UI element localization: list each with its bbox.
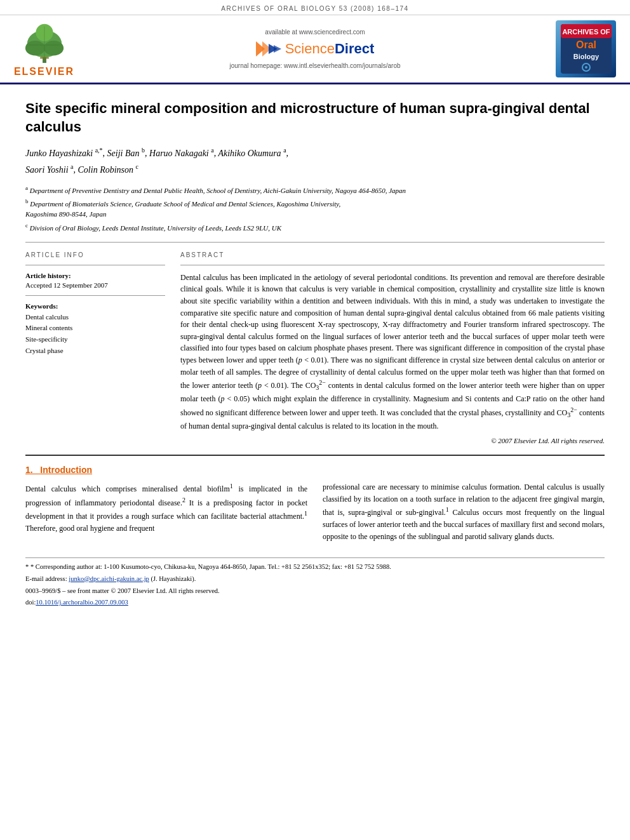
oral-biology-logo: ARCHIVES OF Oral Biology — [549, 20, 622, 77]
doi-link[interactable]: 10.1016/j.archoralbio.2007.09.003 — [36, 599, 128, 606]
elsevier-logo: ELSEVIER — [8, 20, 81, 77]
article-info-header: ARTICLE INFO — [25, 251, 165, 258]
introduction-columns: Dental calculus which comprises minerali… — [25, 481, 605, 547]
keywords-divider — [25, 295, 165, 296]
svg-text:Oral: Oral — [575, 39, 596, 50]
keyword-2: Mineral contents — [25, 323, 165, 334]
header-divider — [25, 242, 605, 243]
corresponding-author-text: * Corresponding author at: 1-100 Kusumot… — [30, 563, 391, 570]
oral-biology-logo-box: ARCHIVES OF Oral Biology — [556, 20, 616, 77]
corresponding-author-note: * * Corresponding author at: 1-100 Kusum… — [25, 562, 605, 572]
doi-label: doi: — [25, 599, 36, 606]
page-wrapper: ARCHIVES OF ORAL BIOLOGY 53 (2008) 168–1… — [0, 0, 630, 620]
journal-header: ARCHIVES OF ORAL BIOLOGY 53 (2008) 168–1… — [0, 0, 630, 15]
email-suffix: (J. Hayashizaki). — [151, 575, 196, 582]
history-label: Article history: — [25, 272, 165, 279]
svg-marker-11 — [274, 45, 281, 53]
accepted-date: Accepted 12 September 2007 — [25, 281, 165, 289]
section-number: 1. Introduction — [25, 465, 92, 475]
main-content: Site specific mineral composition and mi… — [0, 84, 630, 620]
elsevier-tree-icon — [16, 20, 73, 65]
article-title: Site specific mineral composition and mi… — [25, 100, 605, 136]
intro-left-col: Dental calculus which comprises minerali… — [25, 481, 307, 547]
svg-point-18 — [585, 66, 587, 69]
center-banner: available at www.sciencedirect.com Scien… — [87, 20, 543, 77]
keyword-3: Site-specificity — [25, 334, 165, 345]
email-note: E-mail address: junko@dpc.aichi-gakuin.a… — [25, 574, 605, 584]
sd-direct-text: Direct — [335, 41, 374, 57]
abstract-paragraph: Dental calculus has been implicated in t… — [180, 272, 605, 432]
svg-point-2 — [25, 41, 44, 55]
journal-title: ARCHIVES OF ORAL BIOLOGY 53 (2008) 168–1… — [221, 5, 408, 12]
keywords-label: Keywords: — [25, 302, 165, 310]
copyright-notice: © 2007 Elsevier Ltd. All rights reserved… — [180, 437, 605, 444]
intro-left-paragraph: Dental calculus which comprises minerali… — [25, 481, 307, 534]
sciencedirect-icon — [256, 39, 281, 59]
banner-area: ELSEVIER available at www.sciencedirect.… — [0, 15, 630, 84]
authors-line: Junko Hayashizaki a,*, Seiji Ban b, Haru… — [25, 145, 605, 178]
intro-right-col: professional care are necessary to minim… — [323, 481, 605, 547]
article-info-divider — [25, 265, 165, 265]
doi-note: doi:10.1016/j.archoralbio.2007.09.003 — [25, 597, 605, 608]
issn-note: 0003–9969/$ – see front matter © 2007 El… — [25, 586, 605, 596]
svg-text:ARCHIVES OF: ARCHIVES OF — [562, 28, 610, 36]
svg-rect-7 — [40, 57, 49, 58]
keyword-4: Crystal phase — [25, 345, 165, 357]
affiliations: a Department of Preventive Dentistry and… — [25, 184, 605, 233]
abstract-header: ABSTRACT — [180, 251, 605, 258]
keyword-1: Dental calculus — [25, 312, 165, 323]
intro-right-paragraph: professional care are necessary to minim… — [323, 481, 605, 542]
available-text: available at www.sciencedirect.com — [265, 29, 365, 36]
abstract-col: ABSTRACT Dental calculus has been implic… — [180, 251, 605, 444]
oral-biology-journal-icon: ARCHIVES OF Oral Biology — [561, 24, 612, 74]
elsevier-brand-text: ELSEVIER — [14, 66, 74, 77]
abstract-divider — [180, 265, 605, 265]
svg-point-3 — [44, 41, 64, 55]
email-link[interactable]: junko@dpc.aichi-gakuin.ac.jp — [69, 575, 149, 582]
email-label: E-mail address: — [25, 575, 67, 582]
article-info-col: ARTICLE INFO Article history: Accepted 1… — [25, 251, 165, 444]
svg-text:Biology: Biology — [573, 53, 599, 60]
sciencedirect-logo: ScienceDirect — [256, 39, 375, 59]
abstract-body: Dental calculus has been implicated in t… — [180, 272, 605, 432]
article-info-abstract-section: ARTICLE INFO Article history: Accepted 1… — [25, 251, 605, 444]
section-divider — [25, 455, 605, 456]
footnote-area: * * Corresponding author at: 1-100 Kusum… — [25, 557, 605, 608]
introduction-heading: 1. Introduction — [25, 465, 605, 475]
journal-homepage: journal homepage: www.intl.elsevierhealt… — [229, 62, 400, 69]
